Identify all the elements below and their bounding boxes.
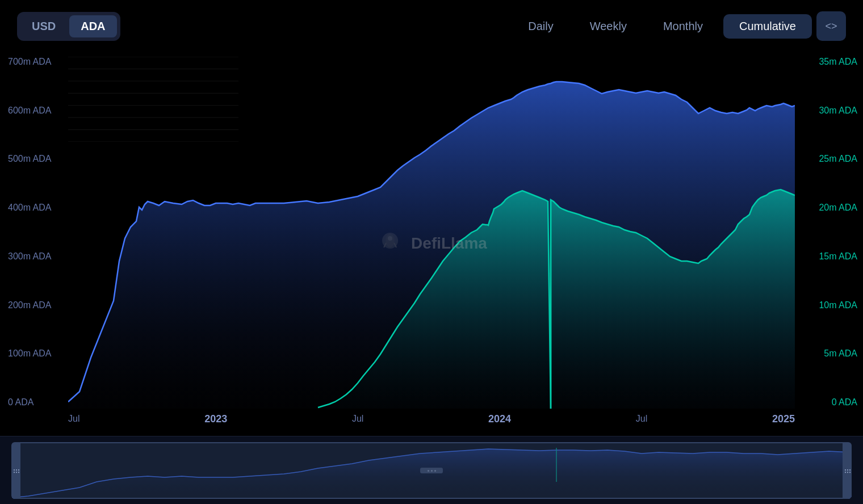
y-right-label-1: 5m ADA bbox=[795, 348, 857, 359]
x-label-0: Jul bbox=[68, 414, 79, 424]
weekly-button[interactable]: Weekly bbox=[574, 14, 643, 39]
usd-button[interactable]: USD bbox=[20, 15, 67, 37]
y-left-label-6: 600m ADA bbox=[0, 106, 74, 116]
y-axis-left: 0 ADA 100m ADA 200m ADA 300m ADA 400m AD… bbox=[0, 57, 74, 408]
y-right-label-7: 35m ADA bbox=[795, 57, 857, 67]
nav-arrows-button[interactable]: <> bbox=[816, 11, 846, 41]
currency-toggle: USD ADA bbox=[17, 12, 120, 41]
x-label-4: Jul bbox=[636, 414, 647, 424]
right-handle-grip: ⠿ bbox=[843, 468, 852, 473]
monthly-button[interactable]: Monthly bbox=[647, 14, 719, 39]
y-right-label-3: 15m ADA bbox=[795, 251, 857, 262]
x-axis: Jul 2023 Jul 2024 Jul 2025 bbox=[68, 408, 795, 430]
navigator-right-handle[interactable]: ⠿ bbox=[843, 442, 852, 499]
y-right-label-4: 20m ADA bbox=[795, 203, 857, 213]
main-chart-svg bbox=[68, 57, 795, 409]
x-label-1: 2023 bbox=[204, 413, 227, 425]
y-left-label-5: 500m ADA bbox=[0, 154, 74, 164]
y-right-label-0: 0 ADA bbox=[795, 397, 857, 408]
left-handle-grip: ⠿ bbox=[11, 468, 20, 473]
navigator-track[interactable]: ⠿ ⠿ bbox=[11, 442, 852, 499]
y-axis-right: 0 ADA 5m ADA 10m ADA 15m ADA 20m ADA 25m… bbox=[795, 57, 863, 408]
y-left-label-4: 400m ADA bbox=[0, 203, 74, 213]
y-left-label-0: 0 ADA bbox=[0, 397, 74, 408]
x-label-2: Jul bbox=[352, 414, 363, 424]
y-left-label-1: 100m ADA bbox=[0, 348, 74, 359]
y-left-label-3: 300m ADA bbox=[0, 251, 74, 262]
y-right-label-6: 30m ADA bbox=[795, 106, 857, 116]
navigator-selection[interactable] bbox=[20, 442, 843, 499]
cumulative-button[interactable]: Cumulative bbox=[723, 14, 812, 39]
y-left-label-2: 200m ADA bbox=[0, 300, 74, 310]
navigator: ⠿ ⠿ bbox=[0, 436, 863, 504]
top-bar: USD ADA Daily Weekly Monthly Cumulative … bbox=[0, 11, 863, 41]
y-left-label-7: 700m ADA bbox=[0, 57, 74, 67]
time-controls: Daily Weekly Monthly Cumulative <> bbox=[512, 11, 846, 41]
ada-button[interactable]: ADA bbox=[69, 15, 116, 37]
y-right-label-5: 25m ADA bbox=[795, 154, 857, 164]
daily-button[interactable]: Daily bbox=[512, 14, 569, 39]
y-right-label-2: 10m ADA bbox=[795, 300, 857, 310]
x-label-5: 2025 bbox=[772, 413, 795, 425]
chart-area: DefiLlama 0 ADA 100m ADA 200m ADA 300m A… bbox=[0, 57, 863, 430]
x-label-3: 2024 bbox=[488, 413, 511, 425]
arrows-icon: <> bbox=[825, 20, 837, 32]
navigator-left-handle[interactable]: ⠿ bbox=[11, 442, 20, 499]
